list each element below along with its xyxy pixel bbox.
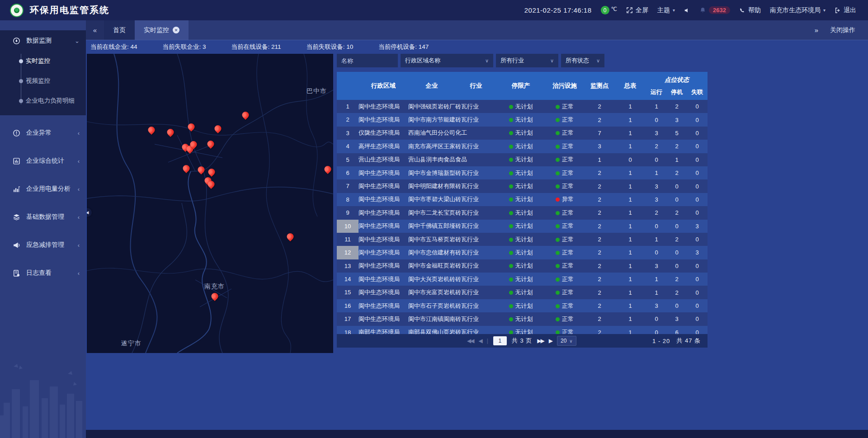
cell-lost-count: 3	[687, 223, 708, 230]
top-bar: 环保用电监管系统 2021-02-25 17:46:18 0 ℃ 全屏 主题 ▾…	[0, 0, 868, 20]
cell-lost-count: 3	[687, 249, 708, 256]
map-city-label: 南充市	[204, 283, 225, 291]
sidebar-subitem-视频监控[interactable]: 视频监控	[26, 71, 86, 91]
table-row[interactable]: 15阆中生态环境局阆中市光富页岩机砖厂砖瓦行业无计划正常21120	[337, 286, 708, 299]
cell-company: 阆中强锐页岩砖厂	[408, 103, 455, 111]
industry-select[interactable]: 所有行业 ∨	[496, 54, 558, 67]
cell-monitor-count: 2	[585, 170, 614, 176]
map-pin-icon[interactable]	[208, 181, 215, 188]
mute-button[interactable]	[684, 7, 690, 14]
map-pin-icon[interactable]	[190, 141, 197, 148]
cell-stop-count: 2	[667, 289, 687, 296]
table-row[interactable]: 13阆中生态环境局阆中市金福旺页岩机砖砖瓦行业无计划正常21300	[337, 259, 708, 273]
region-select[interactable]: 行政区域名称 ∨	[401, 54, 493, 67]
sidebar-item-基础数据管理[interactable]: 基础数据管理‹	[0, 207, 86, 227]
layers-icon	[13, 213, 20, 221]
prev-page-button[interactable]: ◀	[478, 338, 481, 344]
green-dot-icon	[556, 171, 560, 175]
stat-value: 147	[419, 43, 429, 50]
map-pin-icon[interactable]	[242, 112, 249, 118]
org-dropdown[interactable]: 南充市生态环境局 ▾	[770, 6, 826, 14]
chevron-left-icon: ‹	[78, 242, 80, 249]
enterprise-table: 行政区域企业行业停限产治污设施监测点总表点位状态运行停机失联 1阆中生态环境局阆…	[337, 72, 708, 353]
sidebar-item-企业用电量分析[interactable]: 企业用电量分析‹	[0, 179, 86, 199]
next-page-button[interactable]: ▶▶	[537, 338, 543, 344]
green-dot-icon	[509, 330, 513, 334]
page-number-input[interactable]	[493, 336, 507, 345]
close-operations-button[interactable]: 关闭操作	[830, 26, 855, 34]
filter-bar: 行政区域名称 ∨ 所有行业 ∨ 所有状态 ∨	[337, 54, 708, 67]
page-size-select[interactable]: 20 ∨	[557, 336, 576, 346]
table-row[interactable]: 5营山生态环境局营山县润丰肉食品有限食品无计划正常10010	[337, 153, 708, 166]
sidebar-item-企业综合统计[interactable]: 企业综合统计‹	[0, 151, 86, 171]
map-pin-icon[interactable]	[188, 123, 195, 130]
cell-company: 南充市高坪区王家店建	[408, 142, 455, 151]
table-row[interactable]: 2阆中生态环境局阆中市南方节能建材有砖瓦行业无计划正常21030	[337, 113, 708, 126]
tab-home[interactable]: 首页	[104, 20, 135, 40]
tab-close-icon[interactable]: ✕	[173, 27, 179, 33]
cell-stop-count: 5	[667, 130, 687, 137]
cell-facility-status: 正常	[545, 116, 585, 124]
notifications[interactable]: 2632	[699, 6, 730, 14]
table-row[interactable]: 17阆中生态环境局阆中市江南镇阆南页岩砖瓦行业无计划正常21030	[337, 312, 708, 325]
table-row[interactable]: 10阆中生态环境局阆中千佛镇五郎垭页岩砖瓦行业无计划正常21003	[337, 220, 708, 233]
cell-facility-status: 正常	[545, 222, 585, 230]
sidebar-item-应急减排管理[interactable]: 应急减排管理‹	[0, 235, 86, 255]
green-dot-icon	[556, 304, 560, 308]
table-row[interactable]: 7阆中生态环境局阆中明阳建材有限公司砖瓦行业无计划正常21300	[337, 179, 708, 193]
tabs-scroll-left-button[interactable]: «	[86, 20, 104, 40]
map-pin-icon[interactable]	[215, 125, 222, 132]
map-panel[interactable]: 巴中市南充市遂宁市 ◀	[87, 54, 333, 353]
sidebar-subitem-企业电力负荷明细[interactable]: 企业电力负荷明细	[26, 91, 86, 111]
table-row[interactable]: 6阆中生态环境局阆中市金博瑞新型墙材砖瓦行业无计划正常21120	[337, 166, 708, 179]
stat-value: 211	[271, 43, 281, 50]
table-row[interactable]: 18南部生态环境局南部县双佛山页岩有限砖瓦行业无计划正常21060	[337, 326, 708, 334]
table-row[interactable]: 11阆中生态环境局阆中市五马桥页岩机砖砖瓦行业无计划正常21120	[337, 233, 708, 246]
table-row[interactable]: 4高坪生态环境局南充市高坪区王家店建砖瓦行业无计划正常31220	[337, 140, 708, 153]
cell-facility-status: 正常	[545, 249, 585, 257]
cell-facility-status: 正常	[545, 302, 585, 310]
tab-realtime-monitor[interactable]: 实时监控 ✕	[135, 20, 189, 40]
table-row[interactable]: 16阆中生态环境局阆中市石子页岩机砖厂砖瓦行业无计划正常21300	[337, 299, 708, 312]
fullscreen-button[interactable]: 全屏	[626, 6, 648, 14]
cell-facility-status: 正常	[545, 182, 585, 190]
map-pin-icon[interactable]	[325, 166, 331, 173]
map-pin-icon[interactable]	[212, 293, 218, 300]
last-page-button[interactable]: ▶	[549, 338, 552, 344]
sidebar-item-数据监测[interactable]: 数据监测⌄	[0, 30, 86, 51]
cell-run-count: 3	[646, 302, 667, 309]
help-button[interactable]: 帮助	[739, 6, 761, 14]
first-page-button[interactable]: ◀◀	[467, 338, 473, 344]
sidebar-item-企业异常[interactable]: 企业异常‹	[0, 122, 86, 143]
sidebar-subitem-实时监控[interactable]: 实时监控	[26, 51, 86, 71]
region-select-value: 行政区域名称	[405, 57, 440, 65]
map-pin-icon[interactable]	[208, 141, 214, 147]
tab-bar: « 首页 实时监控 ✕ » 关闭操作	[86, 20, 868, 40]
map-pin-icon[interactable]	[183, 165, 190, 172]
map-pin-icon[interactable]	[208, 169, 215, 175]
table-row[interactable]: 3仪陇生态环境局西南油气田分公司川中化工无计划正常71350	[337, 127, 708, 140]
table-row[interactable]: 8阆中生态环境局阆中市枣碧大梁山页岩砖瓦行业无计划异常21300	[337, 193, 708, 206]
map-pin-icon[interactable]	[198, 166, 205, 173]
map-pin-icon[interactable]	[287, 233, 294, 240]
theme-dropdown[interactable]: 主题 ▾	[657, 6, 675, 14]
logout-button[interactable]: 退出	[835, 6, 856, 14]
cell-plan-status: 无计划	[497, 195, 545, 203]
map-pin-icon[interactable]	[148, 127, 155, 133]
sidebar-item-日志查看[interactable]: 日志查看‹	[0, 263, 86, 283]
chevrons-right-icon[interactable]: »	[815, 26, 818, 34]
cell-plan-status: 无计划	[497, 116, 545, 124]
name-search-input[interactable]	[337, 54, 398, 67]
chevron-left-icon: ◀	[87, 210, 89, 215]
table-row[interactable]: 9阆中生态环境局阆中市二龙长宝页岩砖砖瓦行业无计划正常21220	[337, 206, 708, 219]
table-row[interactable]: 12阆中生态环境局阆中市忠信建材有限公砖瓦行业无计划正常21003	[337, 246, 708, 259]
cell-plan-status: 无计划	[497, 302, 545, 310]
status-select[interactable]: 所有状态 ∨	[561, 54, 604, 67]
chevron-left-icon: ‹	[78, 158, 80, 165]
cell-plan-status: 无计划	[497, 182, 545, 190]
table-row[interactable]: 14阆中生态环境局阆中大兴页岩机砖厂砖瓦行业无计划正常21120	[337, 273, 708, 286]
cell-lost-count: 0	[687, 236, 708, 243]
table-row[interactable]: 1阆中生态环境局阆中强锐页岩砖厂砖瓦行业无计划正常21120	[337, 100, 708, 113]
cell-run-count: 0	[646, 223, 667, 230]
map-pin-icon[interactable]	[167, 129, 174, 136]
